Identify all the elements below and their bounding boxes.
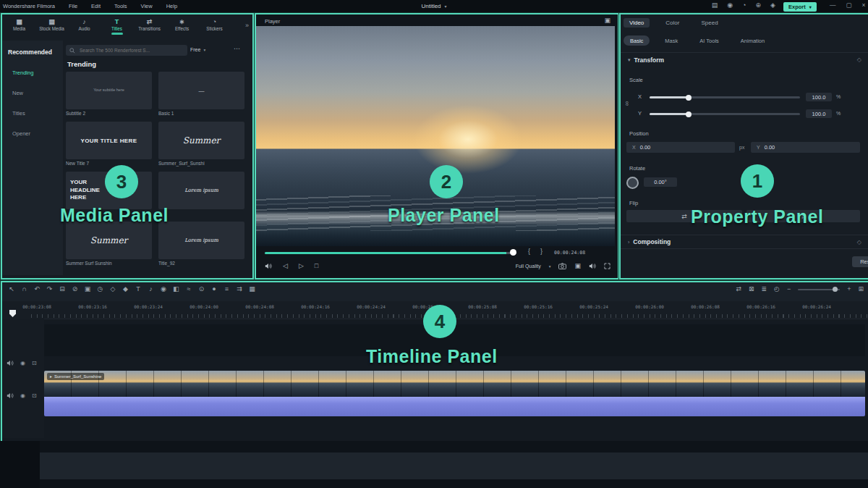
speed-icon[interactable]: ◷: [97, 286, 104, 293]
text-tool-icon[interactable]: T: [135, 286, 142, 293]
collapse-panel-icon[interactable]: »: [245, 22, 249, 29]
property-tab-speed[interactable]: Speed: [695, 18, 723, 28]
media-item[interactable]: Lorem ipsum: [158, 172, 244, 219]
media-item[interactable]: SummerSummer Surf Sunshin: [66, 222, 152, 269]
zoom-in-icon[interactable]: +: [847, 286, 851, 293]
split-icon[interactable]: ⊘: [72, 286, 79, 293]
media-thumbnail[interactable]: —: [158, 72, 244, 109]
lock-track-icon[interactable]: ⊠: [749, 286, 754, 293]
compositing-section-header[interactable]: › Compositing ◇: [621, 235, 868, 249]
play-icon[interactable]: ▷: [299, 263, 304, 269]
media-tab-titles[interactable]: TTitles: [101, 16, 133, 41]
media-thumbnail[interactable]: Summer: [158, 122, 244, 159]
playback-progress-bar[interactable]: [265, 252, 516, 254]
membership-icon[interactable]: ◈: [770, 2, 775, 9]
media-item[interactable]: Your subtitle hereSubtitle 2: [66, 72, 152, 119]
project-title-area[interactable]: Untitled ▾: [421, 3, 446, 9]
property-subtab-ai-tools[interactable]: AI Tools: [693, 35, 726, 46]
position-y-field[interactable]: Y 0.00: [751, 142, 860, 153]
playback-progress-handle[interactable]: [510, 249, 516, 256]
previous-frame-icon[interactable]: ◁: [283, 263, 288, 269]
chevron-right-icon[interactable]: ›: [628, 240, 629, 245]
audio-mixer-icon[interactable]: ≡: [224, 286, 231, 293]
menu-tools[interactable]: Tools: [114, 3, 127, 9]
track-mute-icon[interactable]: [7, 360, 14, 366]
property-subtab-animation[interactable]: Animation: [734, 35, 771, 46]
sidebar-item-new[interactable]: New: [12, 90, 63, 96]
media-tab-media[interactable]: ▦Media: [3, 16, 35, 41]
export-button[interactable]: Export ▾: [783, 2, 817, 12]
sidebar-item-trending[interactable]: Trending: [12, 70, 63, 76]
chroma-key-icon[interactable]: ◧: [173, 286, 180, 293]
mini-player-icon[interactable]: ▣: [604, 17, 610, 24]
zoom-out-icon[interactable]: −: [787, 286, 791, 293]
chevron-down-icon[interactable]: ▾: [628, 57, 631, 63]
scale-link-icon[interactable]: ∞: [624, 101, 631, 106]
motion-track-icon[interactable]: ≈: [185, 286, 192, 293]
timeline-zoom-slider[interactable]: [798, 289, 840, 290]
media-thumbnail[interactable]: YOUR TITLE HERE: [66, 122, 152, 159]
mark-out-icon[interactable]: }: [540, 248, 542, 255]
render-preview-icon[interactable]: ▦: [249, 286, 256, 293]
transform-section-header[interactable]: ▾ Transform ◇: [621, 52, 868, 67]
position-x-field[interactable]: X 0.00: [626, 142, 735, 153]
free-filter-dropdown[interactable]: Free ▾: [190, 47, 205, 52]
quality-caret-icon[interactable]: ▾: [549, 264, 551, 269]
scale-x-value[interactable]: 100.0: [806, 93, 832, 101]
keyframe-icon[interactable]: ◇: [109, 286, 116, 293]
timeline-clock-icon[interactable]: ◴: [774, 286, 780, 293]
video-clip[interactable]: ▸ Summer_Surf_Sunshine: [44, 371, 865, 416]
player-mute-icon[interactable]: [589, 263, 596, 269]
search-box[interactable]: [66, 45, 187, 56]
minimize-icon[interactable]: —: [830, 2, 836, 9]
track-hide-icon[interactable]: ◉: [20, 392, 25, 399]
property-tab-video[interactable]: Video: [624, 18, 650, 28]
track-lock-icon[interactable]: ⊡: [32, 392, 37, 399]
media-tab-stock-media[interactable]: ▤Stock Media: [35, 16, 68, 41]
track-hide-icon[interactable]: ◉: [20, 360, 25, 366]
menu-view[interactable]: View: [141, 3, 153, 9]
zoom-slider-handle[interactable]: [833, 287, 838, 292]
property-subtab-basic[interactable]: Basic: [624, 35, 650, 46]
track-lock-icon[interactable]: ⊡: [32, 360, 37, 366]
close-icon[interactable]: ×: [862, 2, 866, 9]
media-tab-transitions[interactable]: ⇄Transitions: [133, 16, 166, 41]
rotate-value[interactable]: 0.00°: [644, 177, 677, 187]
fit-timeline-icon[interactable]: ⊞: [858, 286, 864, 293]
property-tab-color[interactable]: Color: [660, 18, 685, 28]
sidebar-header[interactable]: Recommended: [2, 41, 63, 56]
media-thumbnail[interactable]: Summer: [66, 222, 152, 259]
menu-edit[interactable]: Edit: [91, 3, 101, 9]
property-subtab-mask[interactable]: Mask: [658, 35, 684, 46]
magnet-snap-icon[interactable]: ∩: [21, 286, 28, 293]
scale-x-slider[interactable]: [650, 96, 800, 98]
keyframe-add-icon[interactable]: ◇: [857, 56, 861, 63]
track-mute-icon[interactable]: [7, 392, 14, 399]
restore-icon[interactable]: ▢: [846, 2, 852, 9]
media-tab-stickers[interactable]: ◔Stickers: [198, 16, 231, 41]
media-thumbnail[interactable]: Your subtitle here: [66, 72, 152, 109]
select-tool-icon[interactable]: ↖: [8, 286, 15, 293]
media-item[interactable]: SummerSummer_Surf_Sunshi: [158, 122, 244, 169]
slider-handle[interactable]: [686, 112, 692, 117]
reset-button[interactable]: Reset: [852, 256, 868, 267]
menu-file[interactable]: File: [69, 3, 77, 9]
project-menu-caret-icon[interactable]: ▾: [445, 4, 447, 9]
media-tab-effects[interactable]: ∗Effects: [166, 16, 198, 41]
media-thumbnail[interactable]: Lorem ipsum: [158, 172, 244, 209]
menu-help[interactable]: Help: [166, 3, 177, 9]
delete-icon[interactable]: ⊟: [59, 286, 66, 293]
snapshot-icon[interactable]: [558, 263, 566, 269]
crop-icon[interactable]: ▣: [84, 286, 91, 293]
export-caret-icon[interactable]: ▾: [809, 4, 812, 9]
notification-icon[interactable]: ◔: [742, 2, 746, 9]
stabilize-icon[interactable]: ⊙: [198, 286, 205, 293]
search-input[interactable]: [78, 47, 184, 54]
undo-icon[interactable]: ↶: [33, 286, 41, 293]
sidebar-item-opener[interactable]: Opener: [12, 130, 63, 137]
scale-y-value[interactable]: 100.0: [806, 109, 832, 118]
more-options-icon[interactable]: ⋯: [234, 45, 240, 52]
media-item[interactable]: YOUR TITLE HERENew Title 7: [66, 122, 152, 169]
screen-record-icon[interactable]: ◉: [727, 2, 733, 9]
media-item[interactable]: —Basic 1: [158, 72, 244, 119]
